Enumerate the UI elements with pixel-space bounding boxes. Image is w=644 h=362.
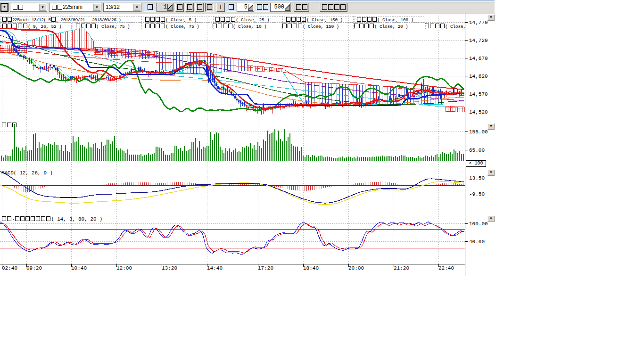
svg-text:40.00: 40.00 — [469, 239, 485, 245]
svg-text:14:40: 14:40 — [207, 265, 223, 271]
svg-text:20:00: 20:00 — [348, 265, 364, 271]
svg-text:100.00: 100.00 — [469, 221, 488, 227]
svg-text:-9.50: -9.50 — [469, 191, 485, 197]
svg-text:155.00: 155.00 — [469, 129, 488, 135]
svg-text:14,770: 14,770 — [469, 20, 488, 25]
svg-text:09:20: 09:20 — [26, 265, 42, 271]
svg-text:14,520: 14,520 — [469, 109, 488, 115]
svg-text:14,620: 14,620 — [469, 74, 488, 79]
svg-text:22:40: 22:40 — [438, 265, 454, 271]
svg-text:13:20: 13:20 — [162, 265, 177, 271]
svg-text:14,670: 14,670 — [469, 56, 488, 61]
svg-text:65.00: 65.00 — [469, 148, 485, 153]
svg-text:17:20: 17:20 — [258, 265, 273, 271]
svg-text:13.50: 13.50 — [469, 175, 485, 181]
svg-text:18:40: 18:40 — [303, 265, 319, 271]
svg-text:21:20: 21:20 — [394, 265, 409, 271]
svg-text:10:40: 10:40 — [71, 265, 87, 271]
svg-text:12:00: 12:00 — [116, 265, 132, 271]
svg-text:14,570: 14,570 — [469, 91, 488, 97]
svg-text:02:40: 02:40 — [2, 265, 17, 271]
svg-text:14,720: 14,720 — [469, 38, 488, 43]
